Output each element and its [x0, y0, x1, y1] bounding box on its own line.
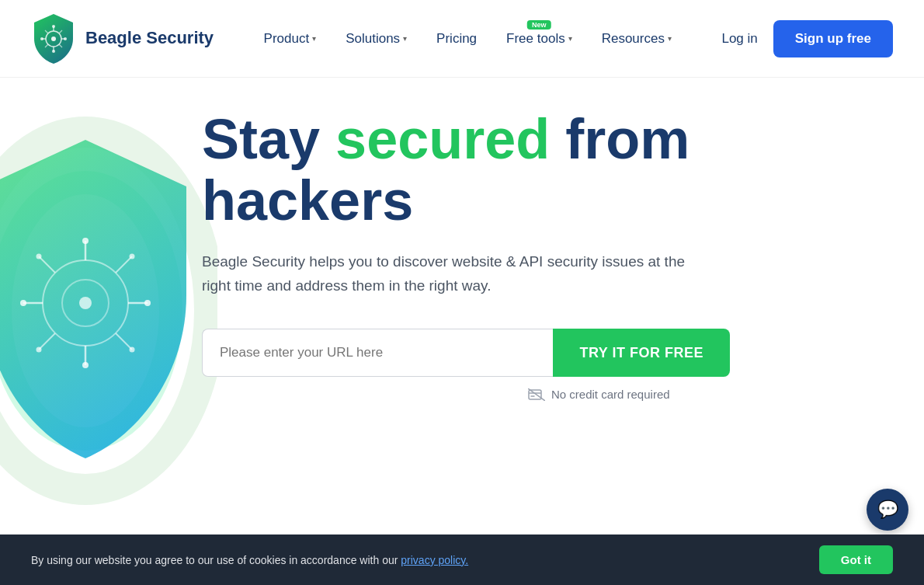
svg-point-18	[79, 297, 92, 309]
svg-point-33	[36, 347, 42, 353]
logo-link[interactable]: Beagle Security	[31, 12, 214, 65]
no-credit-card-row: No credit card required	[528, 388, 893, 401]
svg-point-32	[130, 254, 135, 259]
url-input[interactable]	[202, 329, 553, 377]
nav-item-pricing: Pricing	[424, 23, 489, 54]
signup-button[interactable]: Sign up free	[773, 20, 893, 57]
no-card-text: No credit card required	[551, 388, 670, 401]
cookie-accept-button[interactable]: Got it	[819, 545, 893, 574]
privacy-policy-link[interactable]: privacy policy.	[401, 554, 468, 566]
chevron-down-icon: ▾	[312, 34, 316, 43]
svg-point-23	[82, 238, 89, 244]
no-card-icon	[528, 388, 545, 401]
logo-icon	[31, 12, 76, 65]
chevron-down-icon: ▾	[403, 34, 407, 43]
nav-link-resources[interactable]: Resources ▾	[589, 23, 684, 54]
chat-widget[interactable]: 💬	[867, 489, 908, 531]
svg-point-7	[52, 50, 55, 53]
cookie-text: By using our website you agree to our us…	[31, 554, 468, 566]
hero-shield-background	[0, 93, 217, 528]
nav-item-resources: Resources ▾	[589, 23, 684, 54]
try-free-button[interactable]: TRY IT FOR FREE	[553, 329, 730, 377]
svg-point-8	[40, 37, 43, 40]
logo-text: Beagle Security	[85, 28, 214, 48]
new-badge: New	[527, 20, 551, 30]
svg-point-6	[52, 25, 55, 28]
nav-item-free-tools: New Free tools ▾	[494, 23, 585, 54]
cookie-bar: By using our website you agree to our us…	[0, 535, 924, 585]
nav-link-pricing[interactable]: Pricing	[424, 23, 489, 54]
hero-section: Stay secured from hackers Beagle Securit…	[0, 78, 924, 528]
nav-link-solutions[interactable]: Solutions ▾	[333, 23, 419, 54]
svg-point-9	[64, 37, 67, 40]
chat-icon: 💬	[877, 500, 898, 520]
hero-input-row: TRY IT FOR FREE	[202, 329, 730, 377]
svg-rect-35	[529, 390, 541, 399]
hero-subtitle: Beagle Security helps you to discover we…	[202, 250, 699, 298]
hero-content: Stay secured from hackers Beagle Securit…	[202, 109, 893, 401]
chevron-down-icon: ▾	[668, 34, 672, 43]
nav-item-solutions: Solutions ▾	[333, 23, 419, 54]
hero-title: Stay secured from hackers	[202, 109, 893, 232]
login-link[interactable]: Log in	[721, 31, 757, 47]
svg-point-25	[20, 300, 26, 306]
svg-point-1	[51, 37, 56, 41]
nav-actions: Log in Sign up free	[721, 20, 893, 57]
chevron-down-icon: ▾	[568, 34, 572, 43]
nav-link-product[interactable]: Product ▾	[252, 23, 329, 54]
navbar: Beagle Security Product ▾ Solutions ▾ Pr…	[0, 0, 924, 78]
nav-links: Product ▾ Solutions ▾ Pricing New Free t…	[252, 23, 684, 54]
svg-point-34	[130, 347, 135, 353]
svg-point-26	[144, 300, 151, 306]
svg-point-31	[36, 254, 42, 259]
svg-point-24	[82, 362, 89, 368]
nav-item-product: Product ▾	[252, 23, 329, 54]
